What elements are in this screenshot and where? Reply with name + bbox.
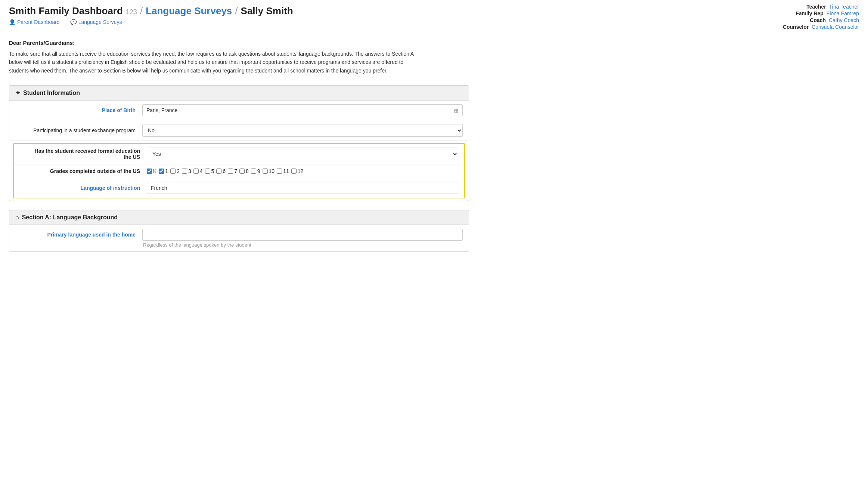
grade-checkbox-8[interactable]: 8 bbox=[239, 168, 249, 174]
grade-checkbox-3[interactable]: 3 bbox=[182, 168, 191, 174]
language-surveys-link[interactable]: Language Surveys bbox=[146, 5, 232, 17]
staff-name[interactable]: Tina Teacher bbox=[829, 4, 859, 10]
main-content: Dear Parents/Guardians: To make sure tha… bbox=[0, 29, 478, 271]
checkbox-8[interactable] bbox=[239, 169, 245, 174]
field-control bbox=[147, 182, 458, 194]
grade-label-11: 11 bbox=[283, 168, 289, 174]
checkbox-3[interactable] bbox=[182, 169, 187, 174]
grade-label-5: 5 bbox=[211, 168, 214, 174]
intro-greeting: Dear Parents/Guardians: bbox=[9, 40, 469, 46]
staff-name[interactable]: Fiona Famrep bbox=[827, 10, 859, 16]
student-info-icon: ✦ bbox=[15, 89, 20, 96]
parent-dashboard-label: Parent Dashboard bbox=[17, 19, 60, 25]
student-info-section: ✦ Student Information Place of BirthPari… bbox=[9, 85, 469, 201]
highlighted-group: Has the student received formal educatio… bbox=[13, 143, 465, 198]
grade-checkbox-2[interactable]: 2 bbox=[170, 168, 180, 174]
staff-panel: TeacherTina TeacherFamily RepFiona Famre… bbox=[782, 4, 859, 31]
grade-label-7: 7 bbox=[234, 168, 237, 174]
section-a-body: Primary language used in the homeRegardl… bbox=[9, 225, 469, 251]
checkbox-10[interactable] bbox=[263, 169, 268, 174]
highlighted-row: Language of instruction bbox=[14, 178, 464, 198]
staff-role-label: Counselor bbox=[782, 24, 809, 30]
staff-name[interactable]: Consuela Counselor bbox=[812, 24, 859, 30]
checkbox-K[interactable] bbox=[147, 169, 152, 174]
text-input[interactable]: Paris, France▦ bbox=[142, 104, 463, 116]
field-label: Place of Birth bbox=[15, 107, 142, 113]
parent-dashboard-icon: 👤 bbox=[9, 19, 15, 25]
field-control: Paris, France▦ bbox=[142, 104, 463, 116]
language-surveys-label: Language Surveys bbox=[78, 19, 122, 25]
field-label: Grades completed outside of the US bbox=[20, 168, 147, 174]
staff-row: CounselorConsuela Counselor bbox=[782, 24, 859, 30]
grade-label-10: 10 bbox=[269, 168, 275, 174]
field-control: K123456789101112 bbox=[147, 168, 458, 174]
helper-text: Regardless of the language spoken by the… bbox=[142, 242, 251, 248]
section-a-title: Section A: Language Background bbox=[22, 214, 118, 221]
staff-role-label: Family Rep bbox=[796, 10, 824, 16]
grade-checkbox-6[interactable]: 6 bbox=[216, 168, 226, 174]
text-input-icon: ▦ bbox=[454, 107, 459, 113]
checkbox-6[interactable] bbox=[216, 169, 221, 174]
grade-label-8: 8 bbox=[246, 168, 249, 174]
staff-row: Family RepFiona Famrep bbox=[782, 10, 859, 16]
grade-label-4: 4 bbox=[200, 168, 203, 174]
grade-checkbox-K[interactable]: K bbox=[147, 168, 156, 174]
section-a-header: ⌂ Section A: Language Background bbox=[9, 210, 469, 225]
grade-checkbox-12[interactable]: 12 bbox=[291, 168, 304, 174]
primary-language-input[interactable] bbox=[142, 229, 463, 241]
family-dashboard-num: 123 bbox=[126, 8, 137, 16]
grade-label-K: K bbox=[153, 168, 156, 174]
student-info-title: Student Information bbox=[23, 90, 80, 96]
grade-label-1: 1 bbox=[165, 168, 168, 174]
checkbox-4[interactable] bbox=[193, 169, 199, 174]
grade-checkbox-9[interactable]: 9 bbox=[251, 168, 260, 174]
staff-role-label: Teacher bbox=[800, 4, 826, 10]
grade-label-6: 6 bbox=[223, 168, 226, 174]
form-row: Participating in a student exchange prog… bbox=[9, 120, 469, 141]
section-a-icon: ⌂ bbox=[15, 214, 19, 221]
header-nav: 👤Parent Dashboard💬Language Surveys bbox=[9, 19, 859, 29]
nav-language-surveys[interactable]: 💬Language Surveys bbox=[70, 19, 122, 25]
student-info-header: ✦ Student Information bbox=[9, 86, 469, 101]
grade-label-9: 9 bbox=[257, 168, 260, 174]
text-input[interactable] bbox=[147, 182, 458, 194]
checkbox-2[interactable] bbox=[170, 169, 176, 174]
header-top: Smith Family Dashboard 123 / Language Su… bbox=[9, 5, 859, 17]
field-label: Participating in a student exchange prog… bbox=[15, 127, 142, 133]
family-dashboard-title: Smith Family Dashboard bbox=[9, 5, 123, 17]
select-input[interactable]: NoYes bbox=[142, 124, 463, 137]
grade-checkbox-7[interactable]: 7 bbox=[228, 168, 237, 174]
field-label: Has the student received formal educatio… bbox=[20, 148, 147, 160]
grade-label-12: 12 bbox=[298, 168, 304, 174]
form-row-with-helper: Primary language used in the homeRegardl… bbox=[9, 225, 469, 251]
grade-checkbox-10[interactable]: 10 bbox=[263, 168, 275, 174]
checkbox-12[interactable] bbox=[291, 169, 297, 174]
student-name-title: Sally Smith bbox=[241, 5, 293, 17]
staff-name[interactable]: Cathy Coach bbox=[829, 17, 859, 23]
checkbox-1[interactable] bbox=[159, 169, 164, 174]
grade-label-2: 2 bbox=[177, 168, 180, 174]
checkbox-5[interactable] bbox=[205, 169, 210, 174]
header: TeacherTina TeacherFamily RepFiona Famre… bbox=[0, 0, 868, 29]
grade-checkbox-4[interactable]: 4 bbox=[193, 168, 203, 174]
field-label: Language of instruction bbox=[20, 185, 147, 191]
field-control: NoYes bbox=[142, 124, 463, 137]
checkbox-9[interactable] bbox=[251, 169, 256, 174]
field-control bbox=[142, 229, 463, 241]
grade-checkbox-11[interactable]: 11 bbox=[277, 168, 289, 174]
highlighted-row: Grades completed outside of the USK12345… bbox=[14, 164, 464, 178]
grade-checkbox-5[interactable]: 5 bbox=[205, 168, 214, 174]
highlighted-row: Has the student received formal educatio… bbox=[14, 144, 464, 164]
field-control: YesNo bbox=[147, 148, 458, 160]
staff-role-label: Coach bbox=[800, 17, 826, 23]
checkbox-11[interactable] bbox=[277, 169, 282, 174]
sep1: / bbox=[140, 5, 143, 17]
language-surveys-icon: 💬 bbox=[70, 19, 77, 25]
select-input[interactable]: YesNo bbox=[147, 148, 458, 160]
grade-checkbox-1[interactable]: 1 bbox=[159, 168, 168, 174]
nav-parent-dashboard[interactable]: 👤Parent Dashboard bbox=[9, 19, 60, 25]
checkbox-7[interactable] bbox=[228, 169, 233, 174]
staff-row: CoachCathy Coach bbox=[782, 17, 859, 23]
form-row: Place of BirthParis, France▦ bbox=[9, 101, 469, 120]
intro-text: To make sure that all students receive t… bbox=[9, 50, 420, 75]
